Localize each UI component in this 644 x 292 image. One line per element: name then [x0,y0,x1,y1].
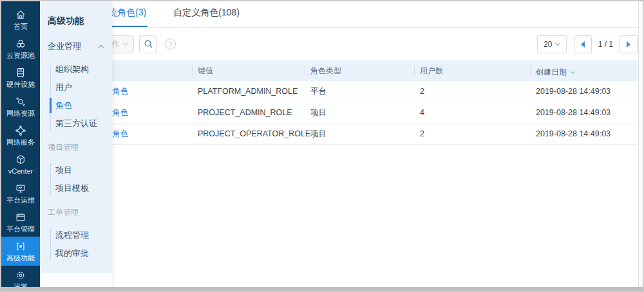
advanced-features-icon [15,241,26,252]
created-date-cell: 2019-08-28 14:49:03 [536,102,638,123]
page-size-value: 20 [544,40,552,49]
sidebar-item-label: 网络资源 [6,109,35,117]
sidebar-item-label: 硬件设施 [6,80,35,88]
hardware-icon [15,67,26,78]
role-key-cell: PLATFORM_ADMIN_ROLE [198,81,310,102]
sidebar-item-network-service[interactable]: 网络服务 [1,121,40,150]
search-button[interactable] [139,35,157,53]
menu-item-users[interactable]: 用户 [40,78,112,96]
roles-table: 键值 角色类型 用户数 创建日期 平台管理员角色 PLATFORM_ADMIN_… [40,60,638,145]
col-header-user-count: 用户数 [420,60,536,82]
table-row[interactable]: 项目操作员角色 PROJECT_OPERATOR_ROLE 项目 2 2019-… [40,123,638,145]
platform-ops-icon [15,183,26,194]
sidebar-item-label: vCenter [8,167,33,175]
vcenter-icon [15,154,26,165]
sidebar-item-platform-ops[interactable]: 平台运维 [1,179,40,208]
user-count-cell: 2 [420,81,536,102]
sidebar-item-label: 平台运维 [6,196,35,204]
next-page-button[interactable] [620,35,638,53]
chevron-down-icon [123,41,128,46]
menu-item-project-templates[interactable]: 项目模板 [40,179,112,197]
menu-item-org-structure[interactable]: 组织架构 [40,60,112,78]
tab-custom-roles[interactable]: 自定义角色(108) [172,7,241,27]
tab-bar: 系统角色(3) 自定义角色(108) [40,1,638,28]
network-resource-icon [15,96,26,107]
sidebar-item-cloud-pool[interactable]: 云资源池 [1,34,40,63]
menu-item-third-party-auth[interactable]: 第三方认证 [40,114,112,132]
next-arrow-icon [627,41,630,48]
flyout-title: 高级功能 [40,1,112,27]
search-icon [144,39,153,49]
platform-mgmt-icon [15,212,26,223]
menu-section-ticket: 工单管理 [40,207,112,218]
project-submenu: 项目 项目模板 [40,161,112,197]
role-key-cell: PROJECT_OPERATOR_ROLE [198,123,310,144]
page-size-select[interactable]: 20 [537,35,567,53]
help-icon[interactable]: ? [165,39,176,50]
table-row[interactable]: 项目负责人角色 PROJECT_ADMIN_ROLE 项目 4 2019-08-… [40,102,638,123]
sidebar-item-vcenter[interactable]: vCenter [1,150,40,179]
sidebar-item-label: 高级功能 [6,254,35,262]
user-count-cell: 2 [420,123,536,144]
sidebar-item-platform-mgmt[interactable]: 平台管理 [1,208,40,237]
sidebar-item-label: 云资源池 [6,51,35,59]
col-header-created-label: 创建日期 [536,68,567,77]
created-date-cell: 2019-08-28 14:49:03 [536,123,638,144]
sidebar-item-label: 平台管理 [6,225,35,233]
menu-group-enterprise[interactable]: 企业管理 [40,41,112,52]
chevron-down-icon [555,41,560,46]
role-type-cell: 平台 [310,81,420,102]
chevron-up-icon [99,44,104,50]
ticket-submenu: 流程管理 我的审批 [40,226,112,262]
sidebar-item-hardware[interactable]: 硬件设施 [1,63,40,92]
role-type-cell: 项目 [310,123,420,144]
page-indicator: 1 / 1 [598,40,613,49]
table-row[interactable]: 平台管理员角色 PLATFORM_ADMIN_ROLE 平台 2 2019-08… [40,81,638,102]
prev-arrow-icon [581,41,585,48]
menu-section-project: 项目管理 [40,142,112,153]
home-icon [15,9,26,21]
menu-item-projects[interactable]: 项目 [40,161,112,179]
sidebar-item-network-resource[interactable]: 网络资源 [1,92,40,121]
flyout-menu-block: 高级功能 企业管理 组织架构 用户 角色 第三方认证 项目管理 项目 项目模板 … [40,1,112,273]
app-window: 首页 云资源池 硬件设施 网络资源 网络服务 vCenter 平台运维 平台管 [0,0,644,292]
pagination: 20 1 / 1 [537,35,638,53]
menu-item-my-approvals[interactable]: 我的审批 [40,244,112,262]
prev-page-button[interactable] [574,35,592,53]
network-service-icon [15,125,26,136]
settings-icon [15,269,26,281]
main-sidebar: 首页 云资源池 硬件设施 网络资源 网络服务 vCenter 平台运维 平台管 [1,1,40,291]
col-header-key: 键值 [198,60,310,82]
sidebar-item-home[interactable]: 首页 [1,5,40,34]
menu-item-process-mgmt[interactable]: 流程管理 [40,226,112,244]
enterprise-submenu: 组织架构 用户 角色 第三方认证 [40,60,112,132]
horizontal-scrollbar[interactable] [1,287,643,291]
menu-item-roles[interactable]: 角色 [40,96,112,114]
col-header-created-sortable[interactable]: 创建日期 [536,60,638,82]
role-key-cell: PROJECT_ADMIN_ROLE [198,102,310,123]
table-header: 键值 角色类型 用户数 创建日期 [40,60,638,81]
sidebar-item-label: 首页 [14,23,28,30]
vertical-scrollbar[interactable] [638,1,643,287]
toolbar: 操作 ? 20 1 / 1 [40,28,638,60]
cloud-pool-icon [15,38,26,50]
sidebar-item-label: 网络服务 [6,138,35,146]
main-content: 系统角色(3) 自定义角色(108) 操作 ? 20 1 / 1 [40,1,638,287]
col-header-role-type: 角色类型 [310,60,420,82]
menu-group-label: 企业管理 [48,41,81,52]
user-count-cell: 4 [420,102,536,123]
created-date-cell: 2019-08-28 14:49:03 [536,81,638,102]
role-type-cell: 项目 [310,102,420,123]
flyout-menu: 高级功能 企业管理 组织架构 用户 角色 第三方认证 项目管理 项目 项目模板 … [40,1,112,287]
sidebar-item-advanced-features[interactable]: 高级功能 [1,237,40,266]
sort-chevron-icon [571,60,574,81]
